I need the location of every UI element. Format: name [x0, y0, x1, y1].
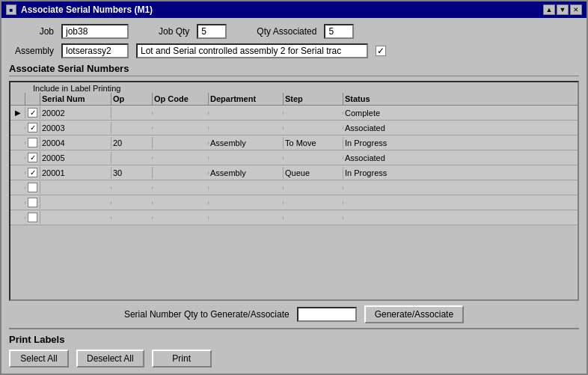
serial-numbers-table: Include in Label Printing Serial Num Op … — [9, 81, 579, 301]
row-indicator — [10, 171, 25, 174]
row-checkbox-cell[interactable]: ✓ — [25, 121, 40, 134]
header-check — [25, 93, 40, 105]
row-checkbox[interactable] — [28, 138, 37, 147]
row-status: Complete — [343, 107, 578, 119]
row-indicator — [10, 156, 25, 159]
job-label: Job — [9, 26, 54, 37]
qty-associated-input[interactable] — [324, 24, 354, 39]
assembly-input[interactable] — [61, 43, 129, 58]
assembly-checkbox[interactable]: ✓ — [376, 46, 386, 56]
close-button[interactable]: ✕ — [570, 4, 582, 15]
row-status — [343, 201, 578, 204]
header-status: Status — [343, 93, 578, 105]
window-title: Associate Serial Numbers (M1) — [21, 4, 153, 15]
row-checkbox[interactable]: ✓ — [28, 123, 37, 132]
job-qty-input[interactable] — [197, 24, 227, 39]
row-opcode — [153, 201, 209, 204]
table-row — [10, 210, 578, 225]
header-step: Step — [284, 93, 343, 105]
row-checkbox-cell[interactable] — [25, 136, 40, 149]
header-indicator — [10, 93, 25, 105]
row-op — [111, 201, 153, 204]
qty-associated-label: Qty Associated — [257, 26, 316, 37]
row-step — [284, 112, 343, 115]
row-op: 30 — [111, 167, 153, 179]
row-opcode — [153, 216, 209, 219]
row-checkbox-cell[interactable] — [25, 196, 40, 209]
gen-label: Serial Number Qty to Generate/Associate — [124, 309, 290, 320]
row-status: Associated — [343, 152, 578, 164]
row-opcode — [153, 156, 209, 159]
row-status — [343, 186, 578, 189]
row-status: Associated — [343, 122, 578, 134]
row-status: In Progress — [343, 167, 578, 179]
row-checkbox-cell[interactable]: ✓ — [25, 151, 40, 164]
row-checkbox[interactable]: ✓ — [28, 108, 37, 118]
row-indicator — [10, 216, 25, 219]
row-checkbox[interactable] — [28, 213, 37, 222]
row-step: To Move — [284, 137, 343, 149]
row-serial: 20002 — [40, 107, 111, 119]
row-checkbox-cell[interactable] — [25, 211, 40, 224]
row-opcode — [153, 186, 209, 189]
row-checkbox[interactable]: ✓ — [28, 153, 37, 162]
row-checkbox-cell[interactable]: ✓ — [25, 166, 40, 179]
row-serial — [40, 216, 111, 219]
table-header: Serial Num Op Op Code Department Step St… — [10, 93, 578, 106]
row-checkbox[interactable]: ✓ — [28, 168, 37, 177]
deselect-all-button[interactable]: Deselect All — [76, 350, 144, 368]
row-op — [111, 126, 153, 129]
table-row: ✓ 20001 30 Assembly Queue In Progress — [10, 165, 578, 180]
row-opcode — [153, 141, 209, 144]
row-checkbox[interactable] — [28, 183, 37, 192]
generate-associate-button[interactable]: Generate/Associate — [364, 305, 464, 323]
table-row — [10, 180, 578, 195]
row-step — [284, 186, 343, 189]
content-area: Job Job Qty Qty Associated Assembly ✓ As… — [1, 18, 587, 374]
row-status — [343, 216, 578, 219]
row-department: Assembly — [209, 137, 284, 149]
table-row: ✓ 20005 Associated — [10, 150, 578, 165]
print-section: Print Labels Select All Deselect All Pri… — [9, 328, 579, 368]
row-op — [111, 112, 153, 115]
header-op: Op — [111, 93, 153, 105]
row-checkbox-cell[interactable]: ✓ — [25, 106, 40, 119]
print-button[interactable]: Print — [152, 350, 212, 368]
row-department — [209, 216, 284, 219]
header-serial: Serial Num — [40, 93, 111, 105]
row-indicator — [10, 201, 25, 204]
row-op — [111, 186, 153, 189]
row-department — [209, 201, 284, 204]
table-row: ▶ ✓ 20002 Complete — [10, 106, 578, 121]
assembly-label: Assembly — [9, 46, 54, 56]
table-row: ✓ 20003 Associated — [10, 121, 578, 135]
row-status: In Progress — [343, 137, 578, 149]
assembly-desc-input[interactable] — [136, 43, 368, 58]
restore-button[interactable]: ▼ — [557, 4, 569, 15]
row-department: Assembly — [209, 167, 284, 179]
row-step: Queue — [284, 167, 343, 179]
row-step — [284, 126, 343, 129]
print-labels-title: Print Labels — [9, 334, 579, 345]
form-row-2: Assembly ✓ — [9, 43, 579, 58]
job-input[interactable] — [61, 24, 129, 39]
table-row — [10, 195, 578, 210]
select-all-button[interactable]: Select All — [9, 350, 69, 368]
row-opcode — [153, 171, 209, 174]
minimize-button[interactable]: ▲ — [543, 4, 555, 15]
row-step — [284, 156, 343, 159]
gen-row: Serial Number Qty to Generate/Associate … — [9, 305, 579, 323]
row-department — [209, 126, 284, 129]
row-checkbox[interactable] — [28, 198, 37, 207]
title-buttons: ▲ ▼ ✕ — [543, 4, 582, 15]
row-op — [111, 216, 153, 219]
row-indicator: ▶ — [10, 107, 25, 118]
row-indicator — [10, 141, 25, 144]
row-checkbox-cell[interactable] — [25, 181, 40, 194]
header-opcode: Op Code — [153, 93, 209, 105]
main-window: ■ Associate Serial Numbers (M1) ▲ ▼ ✕ Jo… — [0, 0, 588, 375]
row-serial: 20004 — [40, 137, 111, 149]
gen-qty-input[interactable] — [297, 307, 357, 322]
include-label: Include in Label Printing — [10, 82, 578, 93]
row-indicator — [10, 126, 25, 129]
